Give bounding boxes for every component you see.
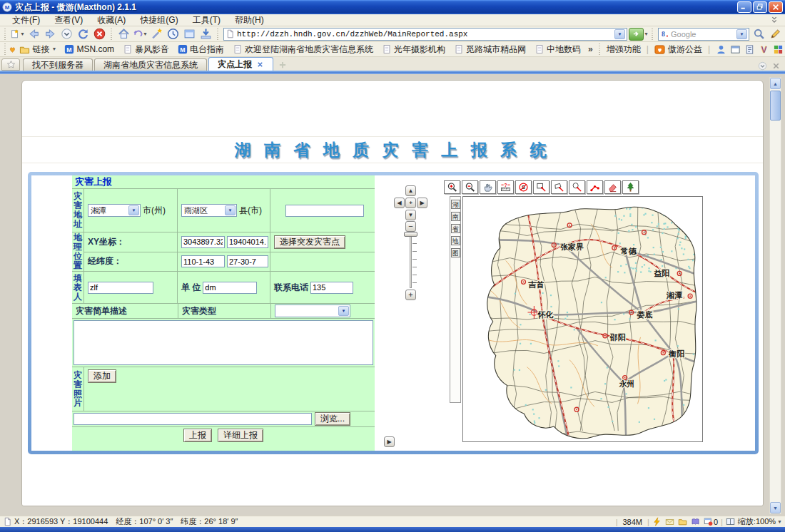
photo-file-input[interactable]: [74, 413, 312, 425]
v-plugin-icon[interactable]: V: [759, 44, 769, 55]
links-overflow-button[interactable]: »: [588, 44, 593, 54]
unit-input[interactable]: [203, 282, 257, 294]
map-canvas[interactable]: 张家界常德益阳吉首湘潭怀化娄底邵阳衡阳永州: [462, 196, 703, 442]
zoom-dropdown[interactable]: ▼: [777, 519, 782, 525]
window-titlebar[interactable]: M 灾点上报 - 傲游(Maxthon) 2.1.1: [0, 0, 785, 14]
zoom-slider-handle[interactable]: [404, 232, 417, 237]
zoom-in-step-button[interactable]: +: [405, 290, 416, 300]
links-bar-item[interactable]: 光年摄影机构: [382, 44, 445, 56]
add-photo-button[interactable]: 添加: [88, 369, 116, 383]
highlight-button[interactable]: [767, 27, 784, 41]
address-bar[interactable]: http://dzzh.hndh.gov.cn/dzzhWeb/MainRepo…: [223, 28, 627, 41]
recent-pages-dropdown[interactable]: [59, 27, 75, 41]
menu-item[interactable]: 查看(V): [48, 14, 89, 26]
downloads-folder-icon[interactable]: [678, 517, 687, 526]
new-tab-button[interactable]: [275, 59, 290, 71]
pan-right-button[interactable]: ▶: [417, 198, 427, 208]
tab-list-button[interactable]: [758, 61, 767, 71]
scroll-up-button[interactable]: ▲: [770, 78, 781, 89]
mail-icon[interactable]: [665, 517, 674, 526]
close-tab-button[interactable]: [771, 61, 781, 71]
page-scrollbar[interactable]: ▲ ▼: [769, 77, 781, 514]
note-plugin-icon[interactable]: [744, 44, 755, 55]
menu-item[interactable]: 文件(F): [6, 14, 46, 26]
menu-item[interactable]: 收藏(A): [91, 14, 132, 26]
menu-item[interactable]: 工具(T): [186, 14, 227, 26]
submit-button[interactable]: 上报: [183, 429, 212, 442]
toolbar-grip[interactable]: [4, 29, 7, 40]
description-textarea[interactable]: [74, 320, 373, 365]
pan-down-button[interactable]: ▼: [405, 210, 416, 220]
minimize-button[interactable]: [737, 1, 751, 13]
window-plugin-icon[interactable]: [730, 44, 741, 55]
links-folder-button[interactable]: 链接 ▼: [19, 44, 56, 56]
dropdown-arrow[interactable]: ▼: [20, 31, 25, 37]
map-layer-strip[interactable]: 湖南省地图: [450, 196, 461, 403]
groups-button[interactable]: [181, 27, 198, 41]
x-coordinate-input[interactable]: [181, 236, 225, 248]
favorites-heart-icon[interactable]: [9, 44, 16, 55]
links-bar-item[interactable]: MMSN.com: [64, 44, 114, 54]
reporter-name-input[interactable]: [88, 282, 153, 294]
linksbar-grip[interactable]: [4, 44, 6, 55]
detail-submit-button[interactable]: 详细上报: [218, 429, 263, 442]
map-zoom-in-button[interactable]: [444, 180, 460, 194]
map-scale-toggle-button[interactable]: S: [515, 180, 532, 194]
latitude-input[interactable]: [227, 255, 268, 267]
zoom-slider-track[interactable]: [410, 232, 412, 288]
undo-button[interactable]: ▼: [132, 27, 148, 41]
new-button[interactable]: ▼: [9, 27, 26, 41]
search-button[interactable]: [751, 27, 767, 41]
favorites-star-button[interactable]: [1, 58, 20, 71]
ad-hunter-icon[interactable]: [652, 517, 662, 526]
go-dropdown-button[interactable]: ▼: [644, 31, 649, 37]
longitude-input[interactable]: [181, 255, 225, 267]
zoom-control[interactable]: 缩放:100%: [738, 516, 776, 527]
map-full-extent-button[interactable]: [622, 180, 639, 194]
notes-icon[interactable]: [691, 517, 700, 526]
pan-center-button[interactable]: +: [405, 198, 416, 208]
stop-button[interactable]: [91, 27, 108, 41]
back-button[interactable]: [26, 27, 42, 41]
refresh-button[interactable]: [75, 27, 91, 41]
forward-button[interactable]: [42, 27, 59, 41]
menu-overflow-chevron-icon[interactable]: [769, 15, 779, 25]
popup-blocker-icon[interactable]: [704, 517, 713, 526]
map-select-rect-button[interactable]: [533, 180, 550, 194]
map-zoom-out-button[interactable]: [462, 180, 478, 194]
menu-item[interactable]: 快捷组(G): [133, 14, 184, 26]
links-bar-item[interactable]: 中地数码: [535, 44, 581, 56]
dropdown-arrow[interactable]: ▼: [143, 31, 148, 37]
filter-button[interactable]: [148, 27, 165, 41]
search-engine-dropdown[interactable]: ▼: [736, 29, 747, 39]
home-button[interactable]: [116, 27, 132, 41]
pick-disaster-point-button[interactable]: 选择突发灾害点: [274, 235, 345, 249]
phone-input[interactable]: [310, 282, 353, 294]
tab-找不到服务器[interactable]: 找不到服务器: [23, 58, 93, 71]
map-identify-button[interactable]: [569, 180, 585, 194]
zoom-out-step-button[interactable]: −: [405, 221, 416, 232]
split-view-icon[interactable]: [726, 517, 735, 526]
search-box[interactable]: 8 Google ▼: [658, 28, 749, 41]
game-plugin-icon[interactable]: [773, 44, 784, 55]
map-eraser-button[interactable]: [604, 180, 621, 194]
links-bar-item[interactable]: 暴风影音: [123, 44, 169, 56]
addressbar-grip[interactable]: [216, 29, 220, 40]
map-measure-button[interactable]: ?: [497, 180, 514, 194]
menu-item[interactable]: 帮助(H): [228, 14, 270, 26]
pan-left-button[interactable]: ◀: [394, 198, 405, 208]
county-select[interactable]: 雨湖区 ▼: [181, 204, 237, 217]
scroll-down-button[interactable]: ▼: [770, 502, 781, 513]
restore-button[interactable]: [753, 1, 767, 13]
collapse-form-button[interactable]: ▶: [384, 436, 395, 447]
im-plugin-icon[interactable]: [716, 44, 726, 55]
map-draw-point-button[interactable]: [587, 180, 603, 194]
charity-label[interactable]: 傲游公益: [668, 44, 702, 56]
tab-灾点上报[interactable]: 灾点上报: [208, 57, 273, 71]
download-button[interactable]: [198, 27, 214, 41]
tab-湖南省地质灾害信息系统[interactable]: 湖南省地质灾害信息系统: [94, 58, 207, 71]
browse-button[interactable]: 浏览...: [315, 412, 350, 426]
links-bar-item[interactable]: 欢迎登陆湖南省地质灾害信息系统: [233, 44, 373, 56]
map-pan-button[interactable]: [480, 180, 496, 194]
tab-close-icon[interactable]: [256, 61, 264, 68]
